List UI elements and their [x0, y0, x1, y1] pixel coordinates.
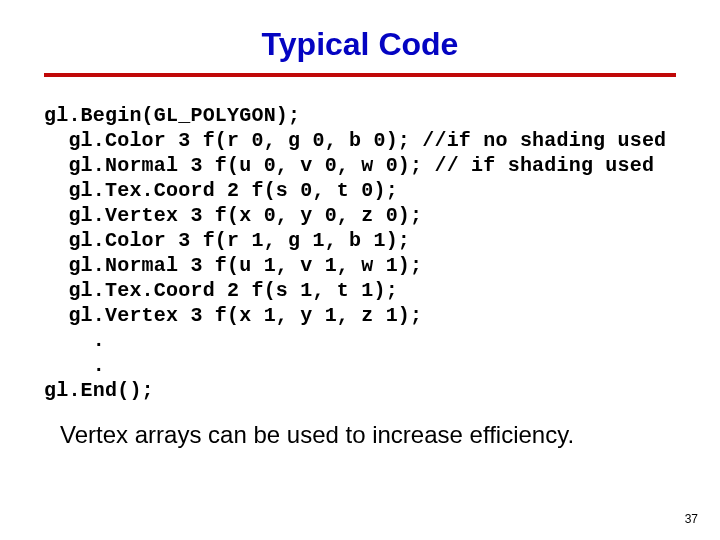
code-line: gl.End();	[44, 379, 154, 402]
code-line: gl.Normal 3 f(u 1, v 1, w 1);	[44, 254, 422, 277]
page-title: Typical Code	[44, 26, 676, 63]
code-line: gl.Tex.Coord 2 f(s 1, t 1);	[44, 279, 398, 302]
page-number: 37	[685, 512, 698, 526]
slide: Typical Code gl.Begin(GL_POLYGON); gl.Co…	[0, 0, 720, 540]
code-line: gl.Color 3 f(r 1, g 1, b 1);	[44, 229, 410, 252]
code-line: gl.Tex.Coord 2 f(s 0, t 0);	[44, 179, 398, 202]
code-line: gl.Vertex 3 f(x 1, y 1, z 1);	[44, 304, 422, 327]
code-line: gl.Normal 3 f(u 0, v 0, w 0); // if shad…	[44, 154, 654, 177]
code-block: gl.Begin(GL_POLYGON); gl.Color 3 f(r 0, …	[44, 103, 676, 403]
title-underline	[44, 73, 676, 77]
code-line: gl.Begin(GL_POLYGON);	[44, 104, 300, 127]
footer-text: Vertex arrays can be used to increase ef…	[60, 421, 676, 449]
code-line: .	[44, 329, 105, 352]
code-line: .	[44, 354, 105, 377]
code-line: gl.Vertex 3 f(x 0, y 0, z 0);	[44, 204, 422, 227]
code-line: gl.Color 3 f(r 0, g 0, b 0); //if no sha…	[44, 129, 666, 152]
